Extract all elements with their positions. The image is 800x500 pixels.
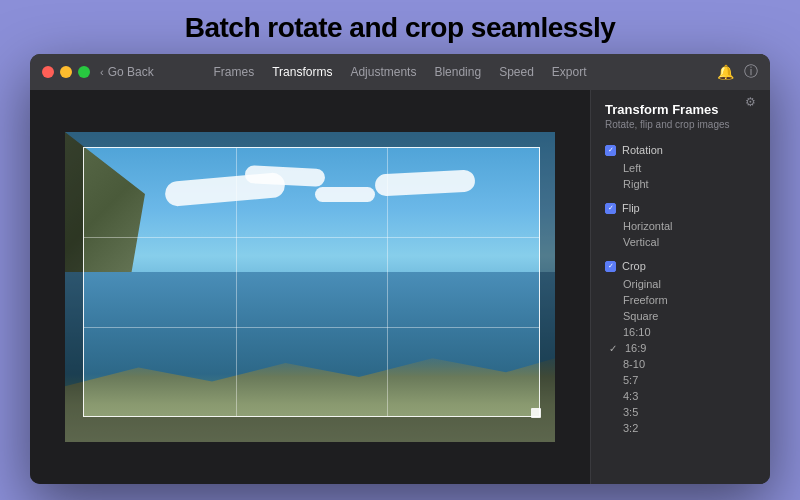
headline: Batch rotate and crop seamlessly <box>0 0 800 54</box>
tab-speed[interactable]: Speed <box>499 65 534 79</box>
crop-option-square[interactable]: Square <box>605 308 756 324</box>
tab-adjustments[interactable]: Adjustments <box>350 65 416 79</box>
outside-top <box>65 132 555 147</box>
panel-subtitle: Rotate, flip and crop images <box>605 119 756 130</box>
go-back-button[interactable]: ‹ Go Back <box>100 65 154 79</box>
panel-title: Transform Frames <box>605 102 756 117</box>
rotation-option-right[interactable]: Right <box>605 176 756 192</box>
flip-section-header: Flip <box>605 202 756 214</box>
traffic-light-yellow[interactable] <box>60 66 72 78</box>
flip-option-horizontal[interactable]: Horizontal <box>605 218 756 234</box>
rotation-label: Rotation <box>622 144 663 156</box>
crop-section-header: Crop <box>605 260 756 272</box>
grid-line-vertical-2 <box>387 148 388 416</box>
app-window: ‹ Go Back Frames Transforms Adjustments … <box>30 54 770 484</box>
tab-export[interactable]: Export <box>552 65 587 79</box>
title-bar: ‹ Go Back Frames Transforms Adjustments … <box>30 54 770 90</box>
outside-left <box>65 147 83 417</box>
notification-icon[interactable]: 🔔 <box>717 64 734 80</box>
chevron-left-icon: ‹ <box>100 66 104 78</box>
panel-gear-icon[interactable]: ⚙ <box>745 95 756 109</box>
outside-right <box>540 147 555 417</box>
nav-tabs: Frames Transforms Adjustments Blending S… <box>213 65 586 79</box>
crop-option-original[interactable]: Original <box>605 276 756 292</box>
traffic-light-red[interactable] <box>42 66 54 78</box>
traffic-lights <box>42 66 90 78</box>
crop-option-16-10[interactable]: 16:10 <box>605 324 756 340</box>
rotation-option-left[interactable]: Left <box>605 160 756 176</box>
crop-option-3-5[interactable]: 3:5 <box>605 404 756 420</box>
image-container <box>65 132 555 442</box>
traffic-light-green[interactable] <box>78 66 90 78</box>
crop-checkbox[interactable] <box>605 261 616 272</box>
crop-option-5-7[interactable]: 5:7 <box>605 372 756 388</box>
flip-label: Flip <box>622 202 640 214</box>
crop-option-freeform[interactable]: Freeform <box>605 292 756 308</box>
flip-checkbox[interactable] <box>605 203 616 214</box>
info-icon[interactable]: ⓘ <box>744 63 758 81</box>
crop-option-4-3[interactable]: 4:3 <box>605 388 756 404</box>
tab-blending[interactable]: Blending <box>434 65 481 79</box>
title-bar-right: 🔔 ⓘ <box>717 63 758 81</box>
crop-box[interactable] <box>83 147 540 417</box>
grid-line-vertical-1 <box>236 148 237 416</box>
crop-option-16-9[interactable]: 16:9 <box>605 340 756 356</box>
outside-bottom <box>65 417 555 442</box>
go-back-label: Go Back <box>108 65 154 79</box>
grid-line-horizontal-2 <box>84 327 539 328</box>
corner-handle[interactable] <box>531 408 541 418</box>
crop-option-8-10[interactable]: 8-10 <box>605 356 756 372</box>
crop-option-3-2[interactable]: 3:2 <box>605 420 756 436</box>
rotation-checkbox[interactable] <box>605 145 616 156</box>
right-panel: Transform Frames ⚙ Rotate, flip and crop… <box>590 90 770 484</box>
tab-frames[interactable]: Frames <box>213 65 254 79</box>
tab-transforms[interactable]: Transforms <box>272 65 332 79</box>
main-content: Transform Frames ⚙ Rotate, flip and crop… <box>30 90 770 484</box>
flip-option-vertical[interactable]: Vertical <box>605 234 756 250</box>
grid-line-horizontal-1 <box>84 237 539 238</box>
rotation-section-header: Rotation <box>605 144 756 156</box>
canvas-area <box>30 90 590 484</box>
crop-overlay <box>65 132 555 442</box>
crop-label: Crop <box>622 260 646 272</box>
